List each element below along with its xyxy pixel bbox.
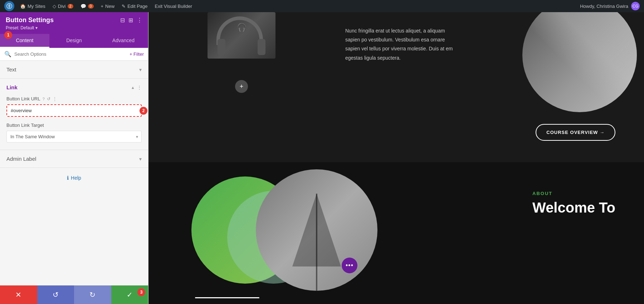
divi-badge: 2 bbox=[68, 4, 73, 9]
text-section-header[interactable]: Text ▾ bbox=[0, 61, 148, 78]
page-top-section: 🎧 + Nunc fringilla erat ut lectus alique… bbox=[148, 12, 644, 162]
page-top-left: 🎧 + bbox=[148, 12, 335, 162]
url-help-icon[interactable]: ? bbox=[43, 97, 45, 101]
exit-builder-btn[interactable]: Exit Visual Builder bbox=[152, 0, 195, 12]
expand-icon[interactable]: ⊞ bbox=[128, 17, 133, 24]
link-section: Link ▴ ⋮ Button Link URL ? ↺ ⋮ bbox=[0, 79, 148, 150]
url-input[interactable] bbox=[6, 104, 142, 117]
content-area: 🎧 + Nunc fringilla erat ut lectus alique… bbox=[148, 12, 644, 304]
search-icon: 🔍 bbox=[4, 51, 11, 58]
admin-label-title: Admin Label bbox=[6, 156, 36, 162]
url-field-label: Button Link URL ? ↺ ⋮ bbox=[6, 96, 142, 101]
tab-advanced[interactable]: Advanced bbox=[99, 34, 148, 48]
redo-button[interactable]: ↻ bbox=[74, 285, 111, 304]
panel-header-icons: ⊟ ⊞ ⋮ bbox=[120, 17, 142, 24]
divi-menu[interactable]: ◇ Divi 2 bbox=[50, 0, 76, 12]
target-field-label: Button Link Target bbox=[6, 123, 142, 128]
my-sites-menu[interactable]: 🏠 My Sites bbox=[17, 0, 48, 12]
divi-icon: ◇ bbox=[53, 4, 56, 9]
link-section-title: Link bbox=[6, 84, 18, 90]
pencil-icon: ✎ bbox=[122, 4, 126, 9]
panel-content: Text ▾ Link ▴ ⋮ Button Link URL bbox=[0, 61, 148, 285]
tab-row: 1 Content Design Advanced bbox=[0, 34, 148, 48]
step-2-badge: 2 bbox=[140, 107, 147, 115]
edit-page-menu[interactable]: ✎ Edit Page bbox=[119, 0, 150, 12]
about-section: ABOUT Welcome To bbox=[532, 191, 615, 215]
plus-icon: + bbox=[101, 4, 104, 9]
hero-circle-image bbox=[522, 12, 637, 112]
url-input-wrapper: 2 bbox=[6, 104, 142, 117]
target-field-group: Button Link Target In The Same Window In… bbox=[6, 123, 142, 143]
slider-bar[interactable] bbox=[195, 297, 259, 298]
preset-arrow-icon: ▾ bbox=[35, 25, 38, 30]
preset-row: Preset: Default ▾ bbox=[6, 24, 142, 34]
home-icon: 🏠 bbox=[20, 4, 26, 9]
headphones-image: 🎧 bbox=[208, 12, 275, 59]
target-select[interactable]: In The Same Window In A New Window bbox=[6, 131, 142, 143]
split-view-icon[interactable]: ⊟ bbox=[120, 17, 125, 24]
url-more-icon[interactable]: ⋮ bbox=[53, 96, 57, 101]
new-menu[interactable]: + New bbox=[98, 0, 118, 12]
text-section: Text ▾ bbox=[0, 61, 148, 79]
panel-title: Button Settings bbox=[6, 16, 54, 24]
wp-logo-icon[interactable] bbox=[4, 1, 14, 11]
preset-link[interactable]: Preset: Default bbox=[6, 25, 34, 30]
search-input[interactable] bbox=[14, 51, 127, 57]
text-chevron-icon: ▾ bbox=[139, 67, 142, 73]
text-section-title: Text bbox=[6, 66, 16, 73]
admin-label-section[interactable]: Admin Label ▾ bbox=[0, 150, 148, 168]
search-bar: 🔍 + Filter bbox=[0, 48, 148, 61]
page-top-middle: Nunc fringilla erat ut lectus aliquet, a… bbox=[335, 12, 465, 162]
tent-circle-image bbox=[256, 169, 377, 291]
step-3-badge: 3 bbox=[137, 288, 145, 296]
about-label: ABOUT bbox=[532, 191, 615, 196]
course-overview-button[interactable]: COURSE OVERVIEW → bbox=[536, 124, 615, 141]
dots-menu-button[interactable]: ••• bbox=[342, 258, 357, 273]
tab-design[interactable]: Design bbox=[49, 34, 99, 48]
add-element-button[interactable]: + bbox=[235, 80, 248, 93]
body-text: Nunc fringilla erat ut lectus aliquet, a… bbox=[345, 26, 454, 63]
user-avatar: CG bbox=[631, 2, 640, 10]
link-section-icons: ▴ ⋮ bbox=[132, 85, 142, 90]
admin-label-chevron-icon: ▾ bbox=[139, 156, 142, 162]
link-more-icon[interactable]: ⋮ bbox=[137, 85, 142, 90]
main-area: Button Settings ⊟ ⊞ ⋮ Preset: Default ▾ … bbox=[0, 12, 644, 304]
user-info[interactable]: Howdy, Christina Gwira CG bbox=[580, 2, 640, 10]
panel-header: Button Settings ⊟ ⊞ ⋮ Preset: Default ▾ bbox=[0, 12, 148, 34]
settings-panel: Button Settings ⊟ ⊞ ⋮ Preset: Default ▾ … bbox=[0, 12, 148, 304]
cancel-button[interactable]: ✕ bbox=[0, 285, 37, 304]
link-section-content: Button Link URL ? ↺ ⋮ 2 Button Link Targ… bbox=[0, 96, 148, 150]
page-bottom-section: ••• ABOUT Welcome To bbox=[148, 162, 644, 304]
page-top-right: COURSE OVERVIEW → bbox=[465, 12, 644, 162]
undo-button[interactable]: ↺ bbox=[37, 285, 74, 304]
comment-icon: 💬 bbox=[80, 4, 86, 9]
page-content: 🎧 + Nunc fringilla erat ut lectus alique… bbox=[148, 12, 644, 304]
target-select-wrapper: In The Same Window In A New Window ▾ bbox=[6, 131, 142, 143]
link-collapse-icon[interactable]: ▴ bbox=[132, 85, 134, 90]
url-reset-icon[interactable]: ↺ bbox=[47, 96, 50, 101]
action-bar: ✕ ↺ ↻ ✓ 3 bbox=[0, 285, 148, 304]
comments-menu[interactable]: 💬 0 bbox=[78, 0, 97, 12]
link-section-header[interactable]: Link ▴ ⋮ bbox=[0, 79, 148, 96]
comments-badge: 0 bbox=[88, 4, 94, 9]
help-circle-icon: ℹ bbox=[67, 175, 69, 181]
welcome-title: Welcome To bbox=[532, 200, 615, 215]
more-options-icon[interactable]: ⋮ bbox=[137, 17, 142, 24]
filter-button[interactable]: + Filter bbox=[130, 51, 144, 57]
wp-admin-bar: 🏠 My Sites ◇ Divi 2 💬 0 + New ✎ Edit Pag… bbox=[0, 0, 644, 12]
help-row[interactable]: ℹ Help bbox=[0, 168, 148, 188]
save-button[interactable]: ✓ 3 bbox=[111, 285, 148, 304]
step-1-badge: 1 bbox=[4, 31, 12, 39]
